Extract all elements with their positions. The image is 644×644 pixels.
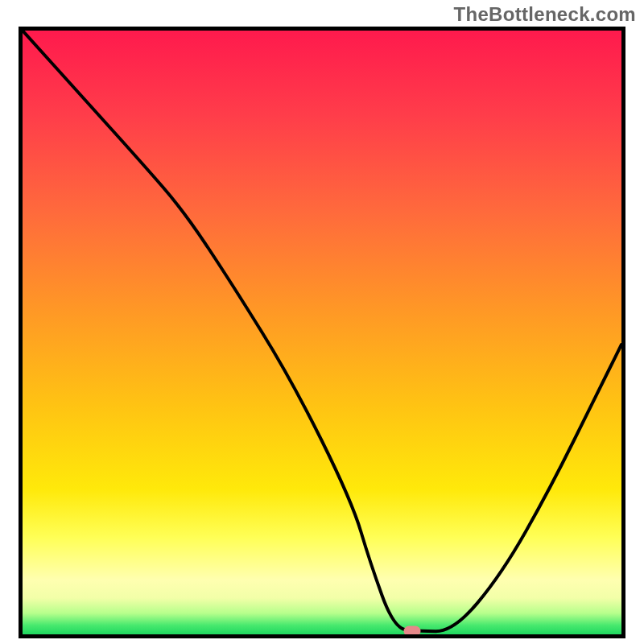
optimal-point-marker xyxy=(403,626,420,637)
chart-container: TheBottleneck.com xyxy=(0,0,644,644)
plot-frame xyxy=(19,27,625,638)
attribution-text: TheBottleneck.com xyxy=(454,3,636,26)
bottleneck-curve xyxy=(23,31,621,634)
